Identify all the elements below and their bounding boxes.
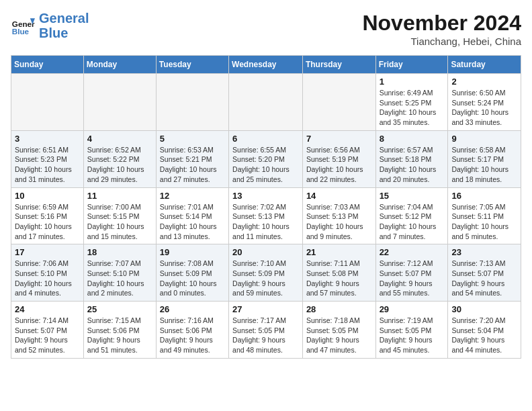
day-info: Sunrise: 7:16 AMSunset: 5:06 PMDaylight:…	[160, 316, 225, 355]
calendar-cell: 1Sunrise: 6:49 AMSunset: 5:25 PMDaylight…	[375, 74, 448, 131]
calendar-cell: 24Sunrise: 7:14 AMSunset: 5:07 PMDayligh…	[11, 302, 84, 359]
day-info: Sunrise: 6:59 AMSunset: 5:16 PMDaylight:…	[15, 202, 80, 242]
calendar-cell: 12Sunrise: 7:01 AMSunset: 5:14 PMDayligh…	[156, 187, 228, 244]
day-number: 6	[232, 134, 299, 144]
calendar-cell: 10Sunrise: 6:59 AMSunset: 5:16 PMDayligh…	[11, 187, 84, 244]
day-info: Sunrise: 7:20 AMSunset: 5:04 PMDaylight:…	[451, 316, 517, 355]
day-number: 25	[87, 304, 152, 314]
day-number: 8	[380, 134, 445, 144]
calendar-cell: 26Sunrise: 7:16 AMSunset: 5:06 PMDayligh…	[156, 302, 228, 359]
calendar-cell: 7Sunrise: 6:56 AMSunset: 5:19 PMDaylight…	[302, 130, 375, 187]
day-number: 23	[451, 247, 517, 257]
day-number: 28	[306, 304, 372, 314]
day-info: Sunrise: 7:04 AMSunset: 5:12 PMDaylight:…	[380, 202, 445, 242]
calendar-cell	[302, 74, 375, 131]
day-number: 16	[451, 191, 517, 201]
weekday-header-wednesday: Wednesday	[229, 56, 303, 74]
day-info: Sunrise: 6:56 AMSunset: 5:19 PMDaylight:…	[306, 145, 372, 185]
day-number: 2	[451, 77, 517, 87]
day-number: 26	[160, 304, 225, 314]
day-number: 12	[160, 191, 225, 201]
day-number: 10	[15, 191, 80, 201]
calendar-cell: 6Sunrise: 6:55 AMSunset: 5:20 PMDaylight…	[229, 130, 303, 187]
day-number: 18	[87, 247, 152, 257]
day-number: 5	[160, 134, 225, 144]
day-number: 1	[380, 77, 445, 87]
weekday-header-tuesday: Tuesday	[156, 56, 228, 74]
day-info: Sunrise: 7:19 AMSunset: 5:05 PMDaylight:…	[380, 316, 445, 355]
day-info: Sunrise: 7:06 AMSunset: 5:10 PMDaylight:…	[15, 259, 80, 298]
calendar-header-row: SundayMondayTuesdayWednesdayThursdayFrid…	[11, 56, 521, 74]
calendar-week-row: 3Sunrise: 6:51 AMSunset: 5:23 PMDaylight…	[11, 130, 521, 187]
day-info: Sunrise: 6:57 AMSunset: 5:18 PMDaylight:…	[380, 145, 445, 185]
day-info: Sunrise: 7:17 AMSunset: 5:05 PMDaylight:…	[232, 316, 299, 355]
day-info: Sunrise: 6:51 AMSunset: 5:23 PMDaylight:…	[15, 145, 80, 185]
calendar-cell	[156, 74, 228, 131]
calendar-week-row: 10Sunrise: 6:59 AMSunset: 5:16 PMDayligh…	[11, 187, 521, 244]
calendar-cell	[11, 74, 84, 131]
calendar-cell: 13Sunrise: 7:02 AMSunset: 5:13 PMDayligh…	[229, 187, 303, 244]
day-number: 21	[306, 247, 372, 257]
calendar-week-row: 1Sunrise: 6:49 AMSunset: 5:25 PMDaylight…	[11, 74, 521, 131]
logo-icon: General Blue	[11, 13, 35, 38]
day-info: Sunrise: 7:12 AMSunset: 5:07 PMDaylight:…	[380, 259, 445, 298]
weekday-header-friday: Friday	[375, 56, 448, 74]
day-info: Sunrise: 7:14 AMSunset: 5:07 PMDaylight:…	[15, 316, 80, 355]
day-number: 14	[306, 191, 372, 201]
day-info: Sunrise: 7:13 AMSunset: 5:07 PMDaylight:…	[451, 259, 517, 298]
day-info: Sunrise: 6:52 AMSunset: 5:22 PMDaylight:…	[87, 145, 152, 185]
weekday-header-thursday: Thursday	[302, 56, 375, 74]
calendar-cell: 3Sunrise: 6:51 AMSunset: 5:23 PMDaylight…	[11, 130, 84, 187]
day-number: 9	[451, 134, 517, 144]
weekday-header-sunday: Sunday	[11, 56, 84, 74]
calendar-cell: 17Sunrise: 7:06 AMSunset: 5:10 PMDayligh…	[11, 244, 84, 302]
calendar-cell: 28Sunrise: 7:18 AMSunset: 5:05 PMDayligh…	[302, 302, 375, 359]
day-number: 29	[380, 304, 445, 314]
calendar-cell: 14Sunrise: 7:03 AMSunset: 5:13 PMDayligh…	[302, 187, 375, 244]
day-number: 24	[15, 304, 80, 314]
weekday-header-monday: Monday	[83, 56, 156, 74]
calendar-week-row: 24Sunrise: 7:14 AMSunset: 5:07 PMDayligh…	[11, 302, 521, 359]
svg-text:Blue: Blue	[12, 27, 30, 36]
logo-text: GeneralBlue	[39, 11, 89, 40]
calendar-cell: 9Sunrise: 6:58 AMSunset: 5:17 PMDaylight…	[448, 130, 521, 187]
day-info: Sunrise: 7:11 AMSunset: 5:08 PMDaylight:…	[306, 259, 372, 298]
page-header: General Blue GeneralBlue November 2024 T…	[11, 11, 521, 47]
logo: General Blue GeneralBlue	[11, 11, 89, 40]
day-info: Sunrise: 7:15 AMSunset: 5:06 PMDaylight:…	[87, 316, 152, 355]
calendar-cell	[83, 74, 156, 131]
day-info: Sunrise: 7:08 AMSunset: 5:09 PMDaylight:…	[160, 259, 225, 298]
month-title: November 2024	[362, 11, 521, 36]
calendar-cell: 23Sunrise: 7:13 AMSunset: 5:07 PMDayligh…	[448, 244, 521, 302]
day-number: 19	[160, 247, 225, 257]
day-info: Sunrise: 7:18 AMSunset: 5:05 PMDaylight:…	[306, 316, 372, 355]
calendar-cell: 15Sunrise: 7:04 AMSunset: 5:12 PMDayligh…	[375, 187, 448, 244]
calendar-cell: 18Sunrise: 7:07 AMSunset: 5:10 PMDayligh…	[83, 244, 156, 302]
day-info: Sunrise: 6:58 AMSunset: 5:17 PMDaylight:…	[451, 145, 517, 185]
calendar-week-row: 17Sunrise: 7:06 AMSunset: 5:10 PMDayligh…	[11, 244, 521, 302]
day-number: 15	[380, 191, 445, 201]
day-number: 20	[232, 247, 299, 257]
calendar-cell: 21Sunrise: 7:11 AMSunset: 5:08 PMDayligh…	[302, 244, 375, 302]
day-number: 3	[15, 134, 80, 144]
day-info: Sunrise: 6:50 AMSunset: 5:24 PMDaylight:…	[451, 88, 517, 128]
day-number: 7	[306, 134, 372, 144]
day-number: 30	[451, 304, 517, 314]
day-info: Sunrise: 6:53 AMSunset: 5:21 PMDaylight:…	[160, 145, 225, 185]
calendar-cell: 5Sunrise: 6:53 AMSunset: 5:21 PMDaylight…	[156, 130, 228, 187]
calendar-cell: 30Sunrise: 7:20 AMSunset: 5:04 PMDayligh…	[448, 302, 521, 359]
day-info: Sunrise: 7:01 AMSunset: 5:14 PMDaylight:…	[160, 202, 225, 242]
day-info: Sunrise: 7:10 AMSunset: 5:09 PMDaylight:…	[232, 259, 299, 298]
title-block: November 2024 Tianchang, Hebei, China	[362, 11, 521, 47]
calendar-cell: 11Sunrise: 7:00 AMSunset: 5:15 PMDayligh…	[83, 187, 156, 244]
day-number: 17	[15, 247, 80, 257]
calendar-cell: 29Sunrise: 7:19 AMSunset: 5:05 PMDayligh…	[375, 302, 448, 359]
day-number: 13	[232, 191, 299, 201]
day-info: Sunrise: 6:49 AMSunset: 5:25 PMDaylight:…	[380, 88, 445, 128]
day-number: 27	[232, 304, 299, 314]
calendar-cell: 4Sunrise: 6:52 AMSunset: 5:22 PMDaylight…	[83, 130, 156, 187]
calendar-cell: 25Sunrise: 7:15 AMSunset: 5:06 PMDayligh…	[83, 302, 156, 359]
day-info: Sunrise: 7:07 AMSunset: 5:10 PMDaylight:…	[87, 259, 152, 298]
day-info: Sunrise: 7:05 AMSunset: 5:11 PMDaylight:…	[451, 202, 517, 242]
day-number: 11	[87, 191, 152, 201]
